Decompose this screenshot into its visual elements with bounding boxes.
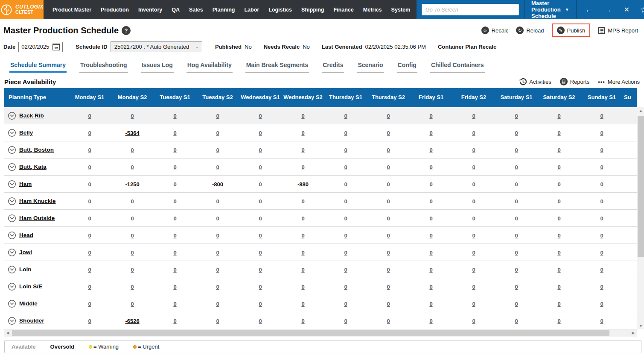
menu-item-finance[interactable]: Finance bbox=[329, 7, 358, 13]
availability-value-link[interactable]: 0 bbox=[344, 318, 347, 324]
availability-value-link[interactable]: 0 bbox=[515, 215, 518, 222]
tab-chilled-containers[interactable]: Chilled Containers bbox=[430, 59, 485, 73]
availability-value-link[interactable]: -1250 bbox=[125, 181, 139, 188]
availability-value-link[interactable]: 0 bbox=[557, 113, 560, 119]
availability-value-link[interactable]: 0 bbox=[259, 249, 262, 256]
menu-item-metrics[interactable]: Metrics bbox=[358, 7, 387, 13]
planning-type-link-ham-knuckle[interactable]: Ham Knuckle bbox=[19, 198, 56, 204]
planning-type-link-shoulder[interactable]: Shoulder bbox=[19, 317, 44, 324]
availability-value-link[interactable]: 0 bbox=[88, 284, 91, 290]
availability-value-link[interactable]: 0 bbox=[216, 147, 219, 153]
availability-value-link[interactable]: 0 bbox=[131, 284, 134, 290]
availability-value-link[interactable]: 0 bbox=[472, 215, 475, 222]
menu-item-system[interactable]: System bbox=[387, 7, 415, 13]
availability-value-link[interactable]: 0 bbox=[344, 215, 347, 222]
availability-value-link[interactable]: 0 bbox=[259, 130, 262, 136]
availability-value-link[interactable]: 0 bbox=[216, 267, 219, 273]
availability-value-link[interactable]: 0 bbox=[387, 147, 390, 153]
tab-config[interactable]: Config bbox=[397, 59, 417, 73]
expand-row-icon[interactable] bbox=[8, 112, 16, 120]
availability-value-link[interactable]: 0 bbox=[472, 284, 475, 290]
availability-value-link[interactable]: 0 bbox=[387, 301, 390, 307]
availability-value-link[interactable]: 0 bbox=[600, 267, 603, 273]
expand-row-icon[interactable] bbox=[8, 146, 16, 154]
menu-item-logistics[interactable]: Logistics bbox=[264, 7, 297, 13]
expand-row-icon[interactable] bbox=[8, 282, 16, 291]
availability-value-link[interactable]: 0 bbox=[216, 215, 219, 222]
menu-item-production[interactable]: Production bbox=[96, 7, 134, 13]
availability-value-link[interactable]: 0 bbox=[88, 198, 91, 205]
availability-value-link[interactable]: 0 bbox=[600, 232, 603, 239]
planning-type-link-back-rib[interactable]: Back Rib bbox=[19, 112, 44, 119]
availability-value-link[interactable]: 0 bbox=[216, 284, 219, 290]
availability-value-link[interactable]: 0 bbox=[344, 130, 347, 136]
availability-value-link[interactable]: 0 bbox=[301, 215, 304, 222]
availability-value-link[interactable]: 0 bbox=[259, 215, 262, 222]
availability-value-link[interactable]: 0 bbox=[173, 318, 176, 324]
availability-value-link[interactable]: 0 bbox=[344, 284, 347, 290]
reload-button[interactable]: ↻ Reload bbox=[516, 26, 544, 34]
screen-selector-dropdown[interactable]: Master Production Schedule ▼ bbox=[524, 0, 577, 19]
availability-value-link[interactable]: 0 bbox=[515, 130, 518, 136]
tab-main-break-segments[interactable]: Main Break Segments bbox=[245, 59, 309, 73]
scroll-down-arrow[interactable]: ▼ bbox=[637, 323, 644, 329]
availability-value-link[interactable]: 0 bbox=[557, 301, 560, 307]
availability-value-link[interactable]: 0 bbox=[173, 164, 176, 170]
availability-value-link[interactable]: 0 bbox=[131, 267, 134, 273]
activities-button[interactable]: Activities bbox=[519, 78, 551, 85]
availability-value-link[interactable]: 0 bbox=[472, 232, 475, 239]
availability-value-link[interactable]: 0 bbox=[600, 113, 603, 119]
availability-value-link[interactable]: 0 bbox=[600, 198, 603, 205]
availability-value-link[interactable]: 0 bbox=[429, 249, 432, 256]
availability-value-link[interactable]: 0 bbox=[387, 130, 390, 136]
availability-value-link[interactable]: 0 bbox=[429, 284, 432, 290]
availability-value-link[interactable]: 0 bbox=[216, 164, 219, 170]
availability-value-link[interactable]: 0 bbox=[301, 318, 304, 324]
planning-type-link-jowl[interactable]: Jowl bbox=[19, 249, 32, 255]
expand-row-icon[interactable] bbox=[8, 248, 16, 257]
availability-value-link[interactable]: 0 bbox=[88, 215, 91, 222]
availability-value-link[interactable]: 0 bbox=[259, 301, 262, 307]
availability-value-link[interactable]: 0 bbox=[173, 130, 176, 136]
availability-value-link[interactable]: 0 bbox=[600, 301, 603, 307]
availability-value-link[interactable]: 0 bbox=[88, 147, 91, 153]
availability-value-link[interactable]: 0 bbox=[259, 198, 262, 205]
publish-button[interactable]: ✎ Publish bbox=[552, 23, 591, 37]
availability-value-link[interactable]: 0 bbox=[429, 113, 432, 119]
availability-value-link[interactable]: 0 bbox=[88, 181, 91, 188]
availability-value-link[interactable]: 0 bbox=[472, 130, 475, 136]
availability-value-link[interactable]: 0 bbox=[387, 215, 390, 222]
availability-value-link[interactable]: 0 bbox=[173, 181, 176, 188]
availability-value-link[interactable]: 0 bbox=[387, 198, 390, 205]
planning-type-link-butt-boston[interactable]: Butt, Boston bbox=[19, 147, 54, 153]
availability-value-link[interactable]: 0 bbox=[88, 130, 91, 136]
availability-value-link[interactable]: 0 bbox=[557, 130, 560, 136]
availability-value-link[interactable]: 0 bbox=[387, 318, 390, 324]
availability-value-link[interactable]: 0 bbox=[472, 113, 475, 119]
availability-value-link[interactable]: 0 bbox=[344, 301, 347, 307]
availability-value-link[interactable]: 0 bbox=[216, 198, 219, 205]
availability-value-link[interactable]: 0 bbox=[472, 181, 475, 188]
availability-value-link[interactable]: 0 bbox=[88, 249, 91, 256]
favorite-star-icon[interactable]: ☆ bbox=[640, 5, 644, 15]
availability-value-link[interactable]: 0 bbox=[131, 215, 134, 222]
vertical-scroll-thumb[interactable] bbox=[638, 116, 644, 257]
availability-value-link[interactable]: 0 bbox=[173, 301, 176, 307]
availability-value-link[interactable]: 0 bbox=[387, 164, 390, 170]
availability-value-link[interactable]: 0 bbox=[88, 232, 91, 239]
availability-value-link[interactable]: 0 bbox=[557, 232, 560, 239]
availability-value-link[interactable]: 0 bbox=[216, 113, 219, 119]
availability-value-link[interactable]: 0 bbox=[301, 301, 304, 307]
availability-value-link[interactable]: 0 bbox=[259, 181, 262, 188]
availability-value-link[interactable]: 0 bbox=[301, 232, 304, 239]
availability-value-link[interactable]: 0 bbox=[600, 130, 603, 136]
availability-value-link[interactable]: 0 bbox=[301, 113, 304, 119]
help-icon[interactable]: ? bbox=[122, 26, 131, 35]
availability-value-link[interactable]: 0 bbox=[557, 198, 560, 205]
forward-button[interactable]: → bbox=[600, 5, 617, 15]
availability-value-link[interactable]: 0 bbox=[557, 267, 560, 273]
availability-value-link[interactable]: 0 bbox=[301, 284, 304, 290]
app-logo[interactable]: CUTLOGIX CLTEST bbox=[0, 0, 44, 19]
mps-report-button[interactable]: MPS Report bbox=[598, 27, 638, 34]
availability-value-link[interactable]: 0 bbox=[429, 232, 432, 239]
